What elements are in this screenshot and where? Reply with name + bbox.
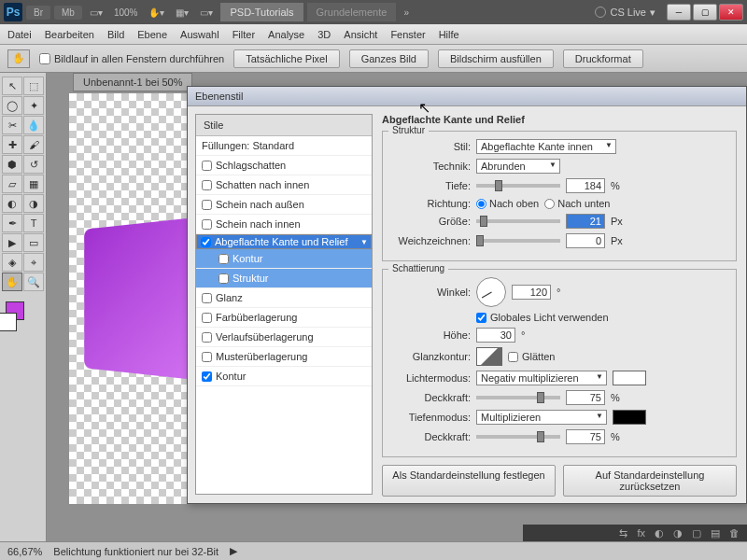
mask-icon[interactable]: ◐ (655, 527, 664, 539)
weich-input[interactable]: 0 (566, 233, 605, 248)
wand-tool[interactable]: ✦ (23, 96, 44, 115)
move-tool[interactable]: ↖ (2, 77, 22, 95)
style-item[interactable]: Abgeflachte Kante und Relief (196, 234, 372, 249)
folder-icon[interactable]: ▢ (692, 527, 701, 539)
scroll-all-checkbox[interactable]: Bildlauf in allen Fenstern durchführen (39, 53, 224, 64)
style-item[interactable]: Verlaufsüberlagerung (196, 328, 372, 347)
menu-ebene[interactable]: Ebene (137, 29, 167, 40)
make-default-button[interactable]: Als Standardeinstellung festlegen (382, 465, 556, 497)
actual-pixels-button[interactable]: Tatsächliche Pixel (233, 49, 339, 68)
style-item[interactable]: Kontur (196, 249, 372, 269)
lasso-tool[interactable]: ◯ (2, 96, 22, 115)
shadow-color[interactable] (613, 410, 646, 425)
tiefe-slider[interactable] (476, 184, 560, 188)
crop-tool[interactable]: ✂ (2, 116, 22, 134)
global-light-checkbox[interactable]: Globales Licht verwenden (476, 312, 609, 323)
direction-up-radio[interactable]: Nach oben (476, 198, 539, 209)
shape-tool[interactable]: ▭ (23, 233, 44, 252)
fit-screen-button[interactable]: Ganzes Bild (349, 49, 429, 68)
screenmode-icon[interactable]: ▭▾ (86, 6, 106, 20)
menu-filter[interactable]: Filter (233, 29, 255, 40)
stamp-tool[interactable]: ⬢ (2, 155, 22, 174)
marquee-tool[interactable]: ⬚ (23, 77, 44, 95)
minibridge-button[interactable]: Mb (54, 6, 82, 20)
eraser-tool[interactable]: ▱ (2, 175, 22, 193)
style-item[interactable]: Schatten nach innen (196, 175, 372, 195)
close-button[interactable]: ✕ (719, 4, 743, 21)
reset-default-button[interactable]: Auf Standardeinstellung zurücksetzen (563, 465, 737, 497)
shadow-mode-select[interactable]: Multiplizieren (476, 410, 607, 425)
hand-tool[interactable]: ✋ (2, 273, 22, 291)
direction-down-radio[interactable]: Nach unten (544, 198, 610, 209)
menu-ansicht[interactable]: Ansicht (344, 29, 377, 40)
highlight-color[interactable] (613, 371, 646, 385)
blur-tool[interactable]: ◐ (2, 194, 22, 213)
zoom-tool[interactable]: 🔍 (23, 273, 44, 291)
screen-icon[interactable]: ▭▾ (196, 6, 217, 20)
menu-fenster[interactable]: Fenster (390, 29, 425, 40)
heal-tool[interactable]: ✚ (2, 135, 22, 154)
dodge-tool[interactable]: ◑ (23, 194, 44, 213)
workspace-tab[interactable]: Grundelemente (307, 3, 397, 21)
cs-live[interactable]: CS Live ▾ (595, 7, 655, 19)
highlight-opacity-slider[interactable] (476, 396, 560, 399)
trash-icon[interactable]: 🗑 (729, 527, 740, 539)
menu-datei[interactable]: Datei (7, 29, 32, 40)
style-item[interactable]: Schein nach außen (196, 195, 372, 215)
camera-tool[interactable]: ⌖ (23, 253, 44, 272)
background-swatch[interactable] (0, 313, 17, 331)
minimize-button[interactable]: ─ (667, 4, 691, 21)
brush-tool[interactable]: 🖌 (23, 135, 44, 154)
fx-icon[interactable]: fx (637, 527, 645, 539)
adjust-icon[interactable]: ◑ (673, 527, 683, 539)
gloss-contour[interactable] (476, 347, 502, 366)
zoom-status[interactable]: 66,67% (7, 546, 42, 557)
hoehe-input[interactable]: 30 (476, 328, 515, 343)
document-tab[interactable]: Unbenannt-1 bei 50% (73, 73, 192, 91)
style-item[interactable]: Struktur (196, 269, 372, 288)
style-item[interactable]: Kontur (196, 367, 372, 386)
winkel-input[interactable]: 120 (512, 285, 551, 300)
path-select-tool[interactable]: ▶ (2, 233, 22, 252)
style-item[interactable]: Schlagschatten (196, 156, 372, 175)
menu-analyse[interactable]: Analyse (268, 29, 304, 40)
menu-3d[interactable]: 3D (317, 29, 331, 40)
zoom-level[interactable]: 100% (110, 6, 142, 20)
style-item[interactable]: Glanz (196, 288, 372, 308)
menu-auswahl[interactable]: Auswahl (180, 29, 219, 40)
highlight-opacity-input[interactable]: 75 (566, 390, 605, 405)
groesse-input[interactable]: 21 (566, 214, 605, 229)
pen-tool[interactable]: ✒ (2, 214, 22, 232)
workspace-tab-active[interactable]: PSD-Tutorials (220, 3, 303, 21)
technik-select[interactable]: Abrunden (476, 159, 560, 174)
link-icon[interactable]: ⇆ (619, 527, 627, 539)
fill-screen-button[interactable]: Bildschirm ausfüllen (438, 49, 554, 68)
eyedropper-tool[interactable]: 💧 (23, 116, 44, 134)
3d-tool[interactable]: ◈ (2, 253, 22, 272)
type-tool[interactable]: T (23, 214, 44, 232)
gradient-tool[interactable]: ▦ (23, 175, 44, 193)
style-item[interactable]: Musterüberlagerung (196, 347, 372, 367)
print-size-button[interactable]: Druckformat (563, 49, 643, 68)
weich-slider[interactable] (476, 239, 560, 243)
style-item[interactable]: Schein nach innen (196, 215, 372, 234)
menu-bearbeiten[interactable]: Bearbeiten (45, 29, 94, 40)
styles-header[interactable]: Stile (196, 115, 372, 136)
canvas[interactable] (69, 93, 200, 504)
hand-icon[interactable]: ✋▾ (145, 6, 168, 20)
shadow-opacity-slider[interactable] (476, 435, 560, 439)
bridge-button[interactable]: Br (26, 6, 50, 20)
groesse-slider[interactable] (476, 219, 560, 223)
style-item[interactable]: Farbüberlagerung (196, 308, 372, 328)
tool-preset[interactable]: ✋ (7, 49, 30, 68)
menu-hilfe[interactable]: Hilfe (439, 29, 459, 40)
antialias-checkbox[interactable]: Glätten (508, 351, 555, 362)
more-workspaces-icon[interactable]: » (400, 6, 413, 20)
style-item[interactable]: Füllungen: Standard (196, 136, 372, 156)
stil-select[interactable]: Abgeflachte Kante innen (476, 139, 616, 154)
menu-bild[interactable]: Bild (107, 29, 124, 40)
angle-dial[interactable] (476, 277, 506, 307)
arrange-icon[interactable]: ▦▾ (172, 6, 192, 20)
new-layer-icon[interactable]: ▤ (711, 527, 720, 539)
history-brush-tool[interactable]: ↺ (23, 155, 44, 174)
